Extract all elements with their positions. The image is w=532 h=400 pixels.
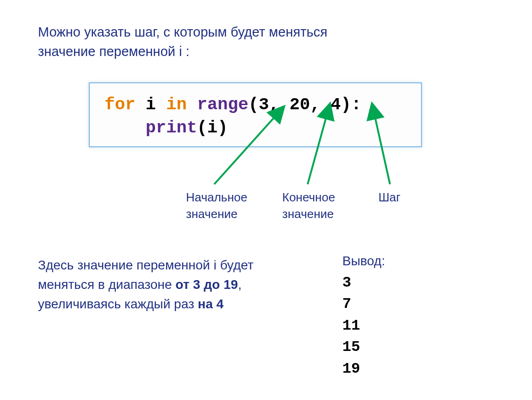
arrow-end: [308, 116, 327, 184]
label-step: Шаг: [378, 189, 425, 206]
arrow-start: [214, 116, 276, 184]
label-end: Конечное значение: [282, 189, 361, 223]
output-value: 11: [342, 315, 435, 337]
output-block: Вывод: 3 7 11 15 19: [342, 254, 435, 380]
output-value: 7: [342, 294, 435, 315]
description-text: Здесь значение переменной i будет менять…: [38, 256, 297, 314]
output-title: Вывод:: [342, 254, 435, 269]
output-value: 19: [342, 358, 435, 380]
desc-bold2: на 4: [198, 297, 224, 311]
arrow-diagram: [0, 0, 532, 400]
arrow-step: [375, 116, 390, 184]
label-start: Начальное значение: [186, 189, 265, 223]
desc-bold1: от 3 до 19: [175, 277, 238, 292]
output-value: 15: [342, 337, 435, 358]
output-value: 3: [342, 272, 435, 294]
